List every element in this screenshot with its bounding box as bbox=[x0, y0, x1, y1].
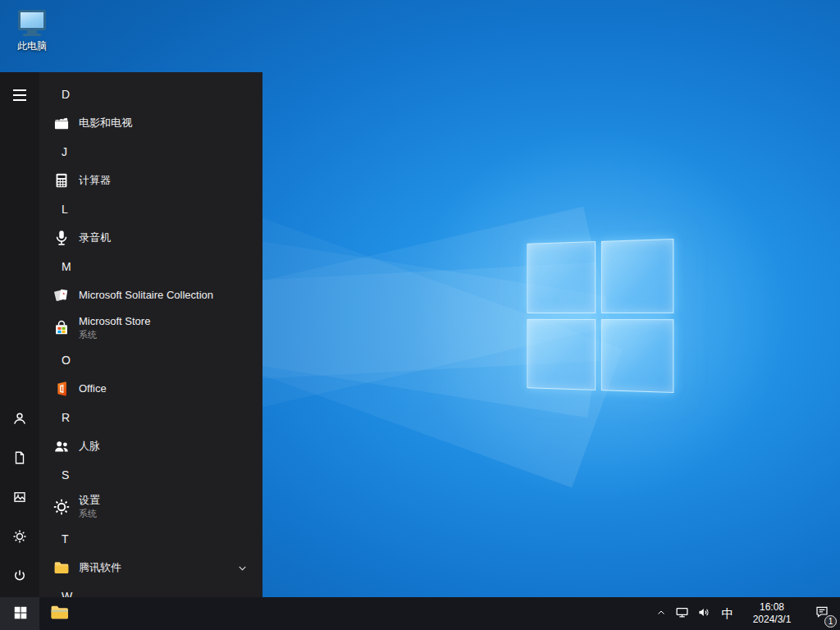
voice-recorder-icon bbox=[52, 228, 71, 248]
hamburger-icon bbox=[13, 89, 26, 101]
letter-header-o[interactable]: O bbox=[39, 346, 262, 374]
app-item-tencent-folder[interactable]: 腾讯软件 bbox=[39, 553, 262, 582]
app-item-movies-tv[interactable]: 电影和电视 bbox=[39, 108, 262, 138]
windows-logo-pane bbox=[527, 318, 595, 390]
settings-gear-icon bbox=[52, 497, 71, 517]
app-item-solitaire[interactable]: Microsoft Solitaire Collection bbox=[39, 281, 262, 310]
windows-logo-pane bbox=[600, 239, 673, 313]
start-button[interactable] bbox=[0, 597, 39, 630]
notification-count-badge: 1 bbox=[824, 615, 837, 628]
folder-icon bbox=[52, 558, 71, 578]
taskbar: 中 16:08 2024/3/1 1 bbox=[0, 597, 840, 630]
desktop-icon-label: 此电脑 bbox=[7, 39, 57, 53]
power-icon bbox=[12, 568, 27, 587]
app-item-calculator[interactable]: 计算器 bbox=[39, 166, 262, 195]
office-icon bbox=[52, 379, 71, 399]
app-subtitle: 系统 bbox=[79, 509, 100, 519]
pictures-icon bbox=[12, 490, 27, 508]
clock-date: 2024/3/1 bbox=[753, 614, 792, 626]
windows-start-icon bbox=[13, 605, 27, 623]
app-title: 设置 bbox=[79, 495, 100, 507]
letter-header-s[interactable]: S bbox=[39, 461, 262, 489]
calculator-icon bbox=[52, 171, 71, 190]
letter-header-r[interactable]: R bbox=[39, 404, 262, 431]
power-button[interactable] bbox=[0, 558, 39, 597]
file-explorer-button[interactable] bbox=[39, 597, 79, 630]
app-title: Microsoft Store bbox=[79, 316, 150, 328]
solitaire-icon bbox=[52, 285, 71, 305]
action-center-button[interactable]: 1 bbox=[804, 597, 840, 630]
windows-desktop: 此电脑 bbox=[0, 0, 840, 630]
documents-button[interactable] bbox=[0, 440, 39, 479]
letter-header-l[interactable]: L bbox=[39, 195, 262, 223]
app-item-office[interactable]: Office bbox=[39, 374, 262, 404]
letter-header-j[interactable]: J bbox=[39, 138, 262, 166]
tray-network[interactable] bbox=[671, 597, 693, 630]
expand-menu-button[interactable] bbox=[0, 75, 39, 115]
pictures-button[interactable] bbox=[0, 479, 39, 518]
start-menu-rail bbox=[0, 72, 39, 597]
tray-clock[interactable]: 16:08 2024/3/1 bbox=[740, 597, 804, 630]
tray-show-hidden-icons[interactable] bbox=[651, 597, 671, 630]
desktop-icon-this-pc[interactable]: 此电脑 bbox=[7, 10, 57, 53]
app-item-microsoft-store[interactable]: Microsoft Store 系统 bbox=[39, 310, 262, 346]
app-item-people[interactable]: 人脉 bbox=[39, 431, 262, 461]
app-subtitle: 系统 bbox=[79, 330, 150, 340]
user-account-button[interactable] bbox=[0, 400, 39, 440]
document-icon bbox=[12, 450, 27, 468]
app-item-settings[interactable]: 设置 系统 bbox=[39, 489, 262, 525]
letter-header-d[interactable]: D bbox=[39, 80, 262, 108]
network-icon bbox=[675, 605, 689, 623]
chevron-up-icon bbox=[656, 606, 666, 621]
store-icon bbox=[52, 318, 71, 338]
app-item-voice-recorder[interactable]: 录音机 bbox=[39, 223, 262, 253]
chevron-down-icon[interactable] bbox=[237, 563, 248, 573]
file-explorer-icon bbox=[49, 602, 70, 626]
letter-header-t[interactable]: T bbox=[39, 525, 262, 553]
movies-tv-icon bbox=[52, 113, 71, 133]
windows-logo-pane bbox=[600, 319, 673, 394]
ime-label: 中 bbox=[722, 606, 734, 622]
people-icon bbox=[52, 436, 71, 456]
letter-header-m[interactable]: M bbox=[39, 253, 262, 281]
tray-volume[interactable] bbox=[693, 597, 715, 630]
start-app-list: D 电影和电视 J 计算器 L 录音机 M bbox=[39, 72, 262, 597]
windows-logo-pane bbox=[527, 241, 595, 313]
tray-ime-indicator[interactable]: 中 bbox=[715, 597, 740, 630]
settings-button[interactable] bbox=[0, 518, 39, 558]
clock-time: 16:08 bbox=[760, 601, 784, 614]
windows-logo bbox=[527, 239, 673, 393]
this-pc-icon bbox=[7, 10, 57, 36]
letter-header-w[interactable]: W bbox=[39, 582, 262, 597]
speaker-icon bbox=[697, 605, 711, 623]
system-tray: 中 16:08 2024/3/1 1 bbox=[651, 597, 840, 630]
gear-icon bbox=[12, 529, 27, 547]
user-icon bbox=[11, 410, 28, 430]
start-menu: D 电影和电视 J 计算器 L 录音机 M bbox=[0, 72, 262, 597]
